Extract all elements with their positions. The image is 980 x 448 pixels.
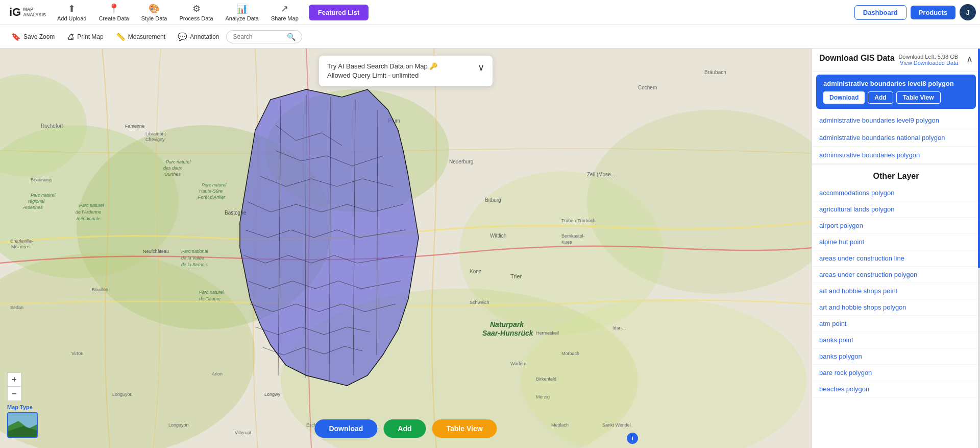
panel-header-left: Download GIS Data bbox=[819, 54, 895, 63]
svg-text:Traben-Trarbach: Traben-Trarbach bbox=[561, 218, 596, 223]
svg-text:méridionale: méridionale bbox=[77, 216, 101, 221]
svg-text:Mettlach: Mettlach bbox=[551, 422, 569, 428]
svg-text:Famenne: Famenne bbox=[125, 124, 144, 129]
view-downloaded-link[interactable]: View Downloaded Data bbox=[898, 60, 958, 66]
svg-text:Merzig: Merzig bbox=[536, 394, 550, 399]
other-layer-item-7[interactable]: art and hobbie shops polygon bbox=[812, 299, 980, 316]
svg-text:Sankt Wendel: Sankt Wendel bbox=[602, 422, 631, 428]
layer-item-1[interactable]: administrative boundaries national polyg… bbox=[812, 129, 980, 147]
scrollbar-thumb[interactable] bbox=[978, 49, 980, 268]
svg-text:Longuyon: Longuyon bbox=[168, 422, 189, 428]
measurement-btn[interactable]: 📏 Measurement bbox=[111, 30, 170, 44]
map-type-label[interactable]: Map Type bbox=[7, 404, 38, 410]
svg-text:Virton: Virton bbox=[71, 351, 83, 356]
other-layer-item-8[interactable]: atm point bbox=[812, 316, 980, 332]
avatar[interactable]: J bbox=[960, 4, 976, 20]
svg-text:Arlon: Arlon bbox=[212, 371, 223, 376]
process-data-btn[interactable]: ⚙ Process Data bbox=[173, 1, 219, 23]
svg-text:de la Semois: de la Semois bbox=[181, 262, 208, 267]
active-layer-download-btn[interactable]: Download bbox=[823, 91, 865, 104]
svg-text:Neufchâteau: Neufchâteau bbox=[143, 249, 169, 254]
style-data-btn[interactable]: 🎨 Style Data bbox=[135, 1, 174, 23]
svg-text:Beauraing: Beauraing bbox=[31, 177, 52, 182]
map-area[interactable]: Rochefort Beauraing Charleville-Mézières… bbox=[0, 49, 812, 448]
svg-text:Parc naturel: Parc naturel bbox=[31, 193, 56, 198]
featured-list-btn[interactable]: Featured List bbox=[309, 5, 369, 20]
svg-text:Hermeskeil: Hermeskeil bbox=[536, 331, 559, 336]
svg-text:Longwy: Longwy bbox=[264, 392, 281, 397]
svg-text:Birkenfeld: Birkenfeld bbox=[536, 376, 556, 382]
layer-list: administrative boundaries level9 polygon… bbox=[812, 112, 980, 164]
other-layer-item-12[interactable]: beaches polygon bbox=[812, 381, 980, 397]
svg-text:Bastogne: Bastogne bbox=[225, 210, 247, 216]
svg-text:Konz: Konz bbox=[470, 269, 481, 274]
panel-chevron-icon[interactable]: ∧ bbox=[966, 54, 973, 65]
svg-text:Ardennes: Ardennes bbox=[22, 205, 43, 210]
logo-ig: iG bbox=[9, 6, 21, 19]
right-panel: Download GIS Data Download Left: 5.98 GB… bbox=[812, 49, 980, 448]
products-btn[interactable]: Products bbox=[911, 6, 955, 19]
ai-chevron-icon[interactable]: ∨ bbox=[478, 62, 484, 73]
nav-right: Dashboard Products J bbox=[854, 4, 976, 20]
map-table-view-btn[interactable]: Table View bbox=[432, 419, 497, 438]
svg-text:Bouillon: Bouillon bbox=[92, 287, 108, 292]
map-add-btn[interactable]: Add bbox=[383, 419, 426, 438]
toolbar: 🔖 Save Zoom 🖨 Print Map 📏 Measurement 💬 … bbox=[0, 25, 980, 49]
share-map-btn[interactable]: ↗ Share Map bbox=[265, 1, 305, 23]
other-layer-item-0[interactable]: accommodations polygon bbox=[812, 185, 980, 201]
active-layer: administrative boundaries level8 polygon… bbox=[816, 75, 976, 109]
svg-text:Cochem: Cochem bbox=[638, 85, 657, 90]
print-map-btn[interactable]: 🖨 Print Map bbox=[62, 30, 108, 43]
layer-item-0[interactable]: administrative boundaries level9 polygon bbox=[812, 112, 980, 129]
add-upload-icon: ⬆ bbox=[68, 3, 76, 14]
add-upload-btn[interactable]: ⬆ Add Upload bbox=[51, 1, 93, 23]
active-layer-table-btn[interactable]: Table View bbox=[896, 91, 941, 104]
share-map-icon: ↗ bbox=[281, 3, 288, 14]
zoom-in-btn[interactable]: + bbox=[7, 372, 21, 387]
search-input[interactable] bbox=[233, 33, 284, 40]
save-zoom-btn[interactable]: 🔖 Save Zoom bbox=[6, 30, 60, 44]
other-layer-item-1[interactable]: agricultural lands polygon bbox=[812, 201, 980, 218]
analyze-data-btn[interactable]: 📊 Analyze Data bbox=[219, 1, 265, 23]
annotation-icon: 💬 bbox=[178, 32, 187, 41]
map-download-btn[interactable]: Download bbox=[314, 419, 377, 438]
svg-text:régional: régional bbox=[28, 199, 45, 204]
svg-text:Kues: Kues bbox=[561, 240, 572, 245]
measurement-icon: 📏 bbox=[116, 32, 126, 41]
analyze-data-icon: 📊 bbox=[236, 3, 248, 14]
other-layer-item-2[interactable]: airport polygon bbox=[812, 218, 980, 234]
panel-header-right: Download Left: 5.98 GB View Downloaded D… bbox=[898, 54, 958, 66]
svg-text:des deux: des deux bbox=[163, 166, 182, 171]
other-layer-item-10[interactable]: banks polygon bbox=[812, 348, 980, 365]
svg-text:Parc national: Parc national bbox=[181, 249, 209, 254]
svg-text:Parc naturel: Parc naturel bbox=[166, 159, 191, 164]
app-logo[interactable]: iG MAPANALYSIS bbox=[4, 6, 51, 19]
svg-text:de l'Ardenne: de l'Ardenne bbox=[76, 209, 101, 215]
search-box[interactable]: 🔍 bbox=[226, 30, 302, 43]
other-layer-item-4[interactable]: areas under construction line bbox=[812, 250, 980, 267]
info-icon[interactable]: i bbox=[627, 433, 638, 444]
svg-text:Ourthes: Ourthes bbox=[164, 172, 181, 177]
ai-search-box: Try AI Based Search Data on Map 🔑 Allowe… bbox=[319, 56, 493, 86]
other-layer-item-11[interactable]: bare rock polygon bbox=[812, 365, 980, 381]
active-layer-add-btn[interactable]: Add bbox=[868, 91, 893, 104]
svg-text:Zell (Mose...: Zell (Mose... bbox=[587, 172, 615, 177]
create-data-icon: 📍 bbox=[108, 3, 119, 14]
svg-text:Wittlich: Wittlich bbox=[490, 233, 506, 239]
search-icon: 🔍 bbox=[287, 33, 296, 41]
dashboard-btn[interactable]: Dashboard bbox=[854, 5, 906, 20]
layer-item-2[interactable]: administrative boundaries polygon bbox=[812, 147, 980, 164]
zoom-out-btn[interactable]: − bbox=[7, 387, 21, 401]
svg-text:Villerupt: Villerupt bbox=[235, 430, 252, 435]
annotation-btn[interactable]: 💬 Annotation bbox=[173, 30, 224, 44]
other-layer-item-9[interactable]: banks point bbox=[812, 332, 980, 348]
create-data-btn[interactable]: 📍 Create Data bbox=[92, 1, 135, 23]
style-data-icon: 🎨 bbox=[149, 3, 160, 14]
other-layer-item-5[interactable]: areas under construction polygon bbox=[812, 267, 980, 283]
map-type-thumbnail[interactable] bbox=[7, 412, 38, 438]
logo-subtitle: MAPANALYSIS bbox=[23, 7, 46, 18]
other-layer-item-3[interactable]: alpine hut point bbox=[812, 234, 980, 250]
svg-text:de la Valée: de la Valée bbox=[181, 255, 204, 261]
other-layer-title: Other Layer bbox=[812, 164, 980, 185]
other-layer-item-6[interactable]: art and hobbie shops point bbox=[812, 283, 980, 299]
